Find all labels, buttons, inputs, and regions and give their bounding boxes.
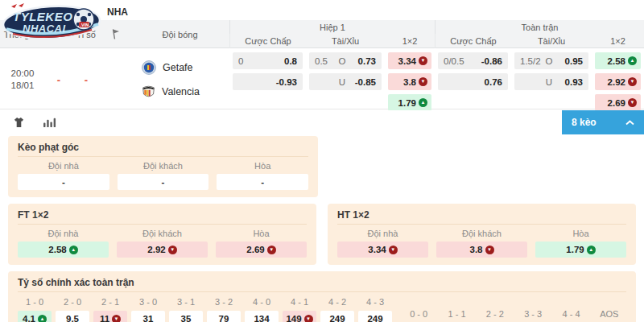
odds-cell[interactable]: - [118, 174, 209, 190]
odds-cell[interactable]: 3.34▼ [337, 242, 428, 258]
away-team-name[interactable]: Valencia [162, 86, 200, 97]
ft-handicap-away-odds[interactable]: 0.76 [438, 73, 508, 90]
h1-handicap-away-odds[interactable]: -0.93 [233, 73, 303, 90]
kickoff-time: 20:00 [11, 68, 35, 80]
odds-cell[interactable]: 35 [169, 311, 203, 322]
odds-cell[interactable]: 2.58▲ [595, 52, 641, 69]
valencia-crest-icon [142, 85, 155, 99]
odds-value: 249 [329, 314, 345, 322]
market-column-header: Đội nhà [18, 161, 109, 171]
group-header-fulltime: Toàn trận [435, 20, 644, 34]
handicap-odds: 0.8 [284, 56, 297, 66]
odds-cell[interactable]: 2.92▼ [595, 73, 641, 90]
league-name-partial: NHA [107, 6, 128, 18]
score-column-header: AOS [592, 308, 626, 320]
market-column-header: Hòa [216, 229, 307, 238]
odds-value: 249 [367, 314, 382, 322]
home-team-name[interactable]: Getafe [163, 62, 193, 73]
h1-handicap-home-odds[interactable]: 0 0.8 [233, 52, 303, 69]
ou-side: U [543, 77, 555, 87]
market-column-header: Đội khách [117, 229, 208, 238]
odds-cell[interactable]: 2.69▼ [595, 94, 641, 111]
odds-value: 2.69 [608, 98, 625, 108]
h1-overunder-column: 0.5 O 0.73 U -0.85 [306, 48, 385, 111]
col-header-ft-overunder: Tài/Xỉu [511, 34, 592, 48]
ft-handicap-home-odds[interactable]: 0/0.5 -0.86 [438, 52, 508, 69]
group-header-half1: Hiệp 1 [229, 20, 435, 34]
score-column-header: 1 - 0 [18, 296, 52, 308]
ft1x2-headers: Đội nhàĐội kháchHòa [18, 229, 307, 238]
odds-value: 134 [254, 314, 269, 322]
odds-cell[interactable]: 3.8▼ [388, 73, 431, 90]
ft1x2-odds-row: 2.58▲2.92▼2.69▼ [18, 242, 307, 258]
odds-cell[interactable]: 2.58▲ [18, 242, 109, 258]
odds-cell[interactable]: 1.79▲ [388, 94, 431, 111]
odds-value: 149 [286, 314, 301, 322]
odds-cell[interactable]: 1.79▲ [535, 242, 626, 258]
odds-cell[interactable]: 3.34▼ [388, 52, 431, 69]
match-time: 20:00 18/01 [0, 48, 45, 111]
ou-odds: -0.85 [349, 77, 376, 87]
odds-value: 1.79 [398, 98, 416, 108]
ou-side: O [336, 56, 349, 66]
h1-over-odds[interactable]: 0.5 O 0.73 [309, 52, 382, 69]
ou-odds: 0.93 [555, 77, 583, 87]
odds-value: 2.58 [608, 56, 625, 66]
odds-value: - [261, 177, 264, 187]
ft-handicap-column: 0/0.5 -0.86 0.76 [435, 48, 511, 111]
trend-down-icon: ▼ [112, 315, 121, 322]
market-column-header: Hòa [535, 229, 626, 238]
ft-overunder-column: 1.5/2 O 0.95 U 0.93 [511, 48, 592, 111]
h1-under-odds[interactable]: U -0.85 [309, 73, 382, 90]
trend-up-icon: ▲ [419, 98, 427, 107]
ft-under-odds[interactable]: U 0.93 [514, 73, 588, 90]
odds-cell[interactable]: 2.92▼ [117, 242, 208, 258]
score-column-header: 3 - 0 [131, 296, 165, 308]
odds-cell[interactable]: 4.1▲ [18, 311, 52, 322]
odds-cell[interactable]: 249 [358, 311, 392, 322]
bet-count-button[interactable]: 8 kèo [562, 110, 644, 134]
ft-over-odds[interactable]: 1.5/2 O 0.95 [514, 52, 588, 69]
ht1x2-odds-row: 3.34▼3.8▼1.79▲ [337, 242, 626, 258]
score-column-header: 3 - 1 [169, 296, 203, 308]
match-toolbar: 8 kèo [0, 110, 644, 134]
odds-cell[interactable]: 3.8▼ [436, 242, 527, 258]
odds-cell[interactable]: - [217, 174, 308, 190]
market-column-header: Đội nhà [337, 229, 428, 238]
correct-score-main-group: 1 - 02 - 02 - 13 - 03 - 13 - 24 - 04 - 1… [18, 296, 392, 322]
odds-cell[interactable]: 9.5 [56, 311, 89, 322]
jersey-icon[interactable] [13, 117, 25, 128]
h1-1x2-column: 3.34▼3.8▼1.79▲ [385, 48, 435, 111]
score-column-header: 2 - 0 [56, 296, 89, 308]
trend-down-icon: ▼ [485, 246, 494, 254]
home-team-row[interactable]: Getafe [142, 60, 193, 75]
tylekeo-logo-graphic: TYLEKEO NHACAI .VIN [2, 2, 105, 41]
col-header-h1-overunder: Tài/Xỉu [306, 34, 385, 48]
handicap-line: 0 [238, 56, 284, 66]
corner-cell-empty [100, 48, 130, 111]
odds-value: 2.92 [608, 77, 625, 87]
odds-value: 4.1 [23, 314, 35, 322]
score-column-header: 0 - 0 [402, 308, 436, 320]
handicap-odds: 0.76 [485, 77, 502, 87]
bar-chart-icon[interactable] [43, 117, 56, 128]
odds-cell[interactable]: - [18, 174, 109, 190]
odds-cell[interactable]: 2.69▼ [216, 242, 307, 258]
score-column-header: 2 - 1 [93, 296, 127, 308]
ou-odds: 0.73 [349, 56, 376, 66]
svg-text:.VIN: .VIN [80, 23, 89, 27]
odds-value: 3.34 [368, 245, 386, 254]
odds-cell[interactable]: 149▼ [283, 311, 316, 322]
odds-cell[interactable]: 11▼ [93, 311, 127, 322]
odds-value: 79 [219, 314, 229, 322]
odds-cell[interactable]: 79 [207, 311, 241, 322]
odds-cell[interactable]: 249 [320, 311, 354, 322]
ht-1x2-section: HT 1×2 Đội nhàĐội kháchHòa 3.34▼3.8▼1.79… [328, 204, 636, 265]
odds-value: 2.92 [147, 245, 165, 254]
ou-odds: 0.95 [555, 56, 583, 66]
odds-cell[interactable]: 134 [245, 311, 279, 322]
away-team-row[interactable]: Valencia [142, 85, 200, 99]
odds-cell[interactable]: 31 [131, 311, 165, 322]
section-title-ft1x2: FT 1×2 [18, 209, 307, 225]
odds-value: - [162, 177, 165, 187]
